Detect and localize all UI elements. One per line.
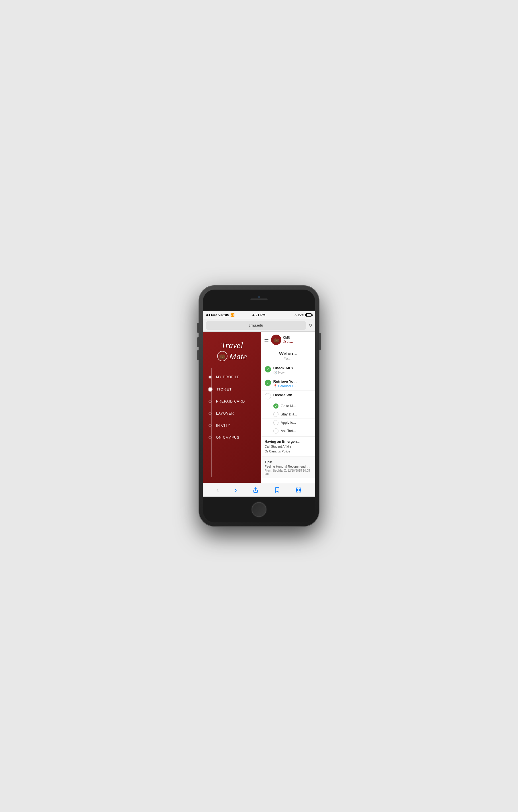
task-body-1: Check All Y... 🕐 Now (273, 366, 312, 374)
sidebar-item-layover[interactable]: LAYOVER (203, 407, 261, 419)
task-check-1: ✓ (265, 366, 271, 373)
app-header: ☰ 💼 CMU Trav... (261, 332, 315, 348)
tips-from-label: From: (265, 469, 273, 472)
nav-timeline: MY PROFILE TICKET PREPAID CARD L (203, 368, 261, 477)
nav-dot-in-city (209, 424, 211, 427)
nav-dot-prepaid (209, 400, 211, 403)
header-logo-circle: 💼 (271, 335, 281, 345)
nav-label-layover: LAYOVER (216, 411, 234, 415)
camera (258, 296, 260, 298)
home-button[interactable] (251, 502, 267, 517)
app-content: Travel 💼 Mate MY PROFILE (203, 332, 315, 483)
forward-button[interactable]: › (235, 486, 237, 494)
welcome-section: Welco... Yea... (261, 348, 315, 362)
carrier-label: VIRGIN (218, 313, 229, 317)
battery-percent: 22% (298, 313, 304, 317)
svg-rect-4 (299, 490, 301, 492)
task-subtitle-1: 🕐 Now (273, 371, 312, 374)
pin-icon: 📍 (273, 384, 278, 388)
speaker (250, 298, 268, 300)
phone-inner: VIRGIN 📶 4:21 PM ⨯ 22% cmu.edu ↺ (203, 290, 315, 522)
bookmarks-button[interactable] (274, 487, 280, 493)
sidebar: Travel 💼 Mate MY PROFILE (203, 332, 261, 483)
hamburger-button[interactable]: ☰ (264, 337, 269, 343)
tabs-button[interactable] (296, 487, 301, 493)
task-body-3: Decide Wh... (273, 393, 312, 397)
subtask-1[interactable]: ✓ Go to M... (261, 402, 315, 410)
status-right: ⨯ 22% (294, 313, 312, 317)
browser-bar: cmu.edu ↺ (203, 319, 315, 332)
phone-frame: VIRGIN 📶 4:21 PM ⨯ 22% cmu.edu ↺ (199, 286, 319, 526)
logo-mate-text: Mate (229, 351, 247, 361)
signal-dots (206, 314, 217, 316)
clock-icon: 🕐 (273, 371, 278, 374)
briefcase-circle: 💼 (217, 351, 227, 361)
subtask-2[interactable]: Stay at a... (261, 410, 315, 418)
sub-label-1: Go to M... (281, 404, 296, 408)
screen: VIRGIN 📶 4:21 PM ⨯ 22% cmu.edu ↺ (203, 311, 315, 497)
emergency-text: Call Student Affairs Or Campus Police (265, 444, 312, 454)
briefcase-icon: 💼 (219, 353, 225, 359)
logo-travel-text: Travel (209, 340, 255, 350)
status-left: VIRGIN 📶 (206, 313, 235, 317)
signal-dot-4 (213, 314, 215, 316)
nav-label-on-campus: ON CAMPUS (216, 436, 240, 439)
task-item-2[interactable]: ✓ Retrieve Yo... 📍 Carousel 1... (261, 377, 315, 390)
task-item-1[interactable]: ✓ Check All Y... 🕐 Now (261, 364, 315, 377)
task-time-1: Now (278, 371, 284, 374)
tips-text: Feeling Hungry! Recommend Restaura... (265, 465, 312, 468)
tips-from-name: Sophia. X. (273, 469, 287, 472)
tips-from: From: Sophia. X. 12/10/2015 10:05 pm (265, 469, 312, 475)
task-title-1: Check All Y... (273, 366, 312, 370)
task-title-3: Decide Wh... (273, 393, 312, 397)
signal-dot-2 (209, 314, 210, 316)
sidebar-item-prepaid-card[interactable]: PREPAID CARD (203, 396, 261, 407)
sidebar-logo: Travel 💼 Mate (203, 338, 261, 368)
top-bezel (203, 290, 315, 311)
welcome-sub: Yea... (265, 357, 312, 361)
sidebar-item-my-profile[interactable]: MY PROFILE (203, 371, 261, 383)
status-bar: VIRGIN 📶 4:21 PM ⨯ 22% (203, 311, 315, 319)
back-button[interactable]: ‹ (217, 486, 219, 494)
sidebar-item-on-campus[interactable]: ON CAMPUS (203, 432, 261, 443)
nav-dot-on-campus (209, 436, 211, 439)
tips-label: Tips: (265, 460, 272, 464)
sub-check-4 (273, 428, 278, 434)
signal-dot-3 (211, 314, 213, 316)
nav-dot-profile (209, 376, 211, 378)
tips-section: Tips: Feeling Hungry! Recommend Restaura… (261, 457, 315, 478)
carousel-link[interactable]: Carousel 1... (278, 384, 296, 388)
refresh-button[interactable]: ↺ (309, 323, 312, 328)
header-cmu-label: CMU (283, 336, 293, 339)
subtask-3[interactable]: Apply fo... (261, 418, 315, 427)
battery-icon (305, 313, 312, 317)
browser-toolbar: ‹ › (203, 483, 315, 497)
task-item-3[interactable]: Decide Wh... (261, 390, 315, 402)
emergency-title: Having an Emergen... (265, 439, 312, 443)
sub-label-2: Stay at a... (281, 412, 297, 416)
share-button[interactable] (253, 487, 258, 493)
header-app-name: Trav... (283, 339, 293, 344)
status-time: 4:21 PM (252, 313, 265, 317)
nav-dot-ticket (209, 388, 212, 391)
task-title-2: Retrieve Yo... (273, 379, 312, 384)
emergency-line2: Or Campus Police (265, 450, 290, 453)
main-content: ☰ 💼 CMU Trav... Welco... Yea... (261, 332, 315, 483)
task-body-2: Retrieve Yo... 📍 Carousel 1... (273, 379, 312, 388)
signal-dot-1 (206, 314, 208, 316)
bottom-bezel (203, 497, 315, 522)
sidebar-item-ticket[interactable]: TICKET (203, 383, 261, 396)
header-briefcase-icon: 💼 (273, 337, 279, 343)
sidebar-item-in-city[interactable]: IN CITY (203, 419, 261, 432)
bluetooth-icon: ⨯ (294, 313, 297, 317)
logo-icon-row: 💼 Mate (209, 351, 255, 361)
welcome-title: Welco... (265, 351, 312, 357)
url-bar[interactable]: cmu.edu (206, 321, 306, 330)
nav-dot-layover (209, 412, 211, 415)
nav-label-in-city: IN CITY (216, 424, 230, 428)
sub-label-4: Ask Tart... (281, 429, 296, 433)
nav-label-ticket: TICKET (217, 387, 232, 392)
sub-check-2 (273, 412, 278, 417)
subtask-4[interactable]: Ask Tart... (261, 427, 315, 435)
wifi-icon: 📶 (230, 313, 235, 317)
